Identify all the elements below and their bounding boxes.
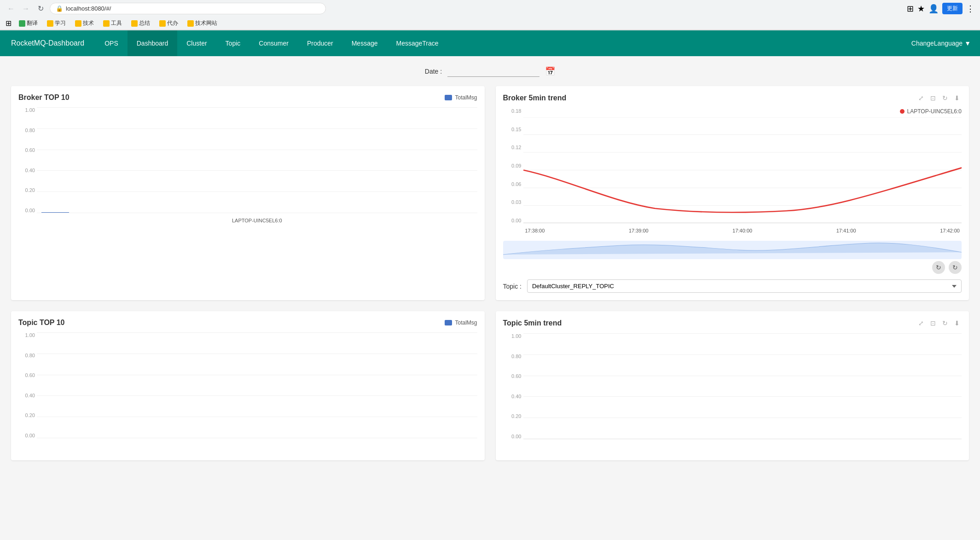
topic-refresh-icon[interactable]: ↻ (940, 319, 950, 328)
nav-topic[interactable]: Topic (216, 30, 250, 56)
broker-5min-title: Broker 5min trend (503, 94, 567, 102)
nav-cluster[interactable]: Cluster (177, 30, 216, 56)
line-legend-dot (900, 109, 905, 114)
download-icon[interactable]: ⬇ (952, 93, 962, 103)
nav-producer[interactable]: Producer (298, 30, 342, 56)
date-input[interactable] (447, 65, 539, 77)
menu-icon[interactable]: ⋮ (966, 4, 974, 14)
broker-top10-legend-color (445, 95, 452, 100)
line-chart-svg (523, 117, 962, 223)
nav-message[interactable]: Message (342, 30, 387, 56)
broker-5min-area (523, 117, 962, 223)
bookmark-study[interactable]: 学习 (45, 18, 68, 28)
browser-actions: ⊞ ★ 👤 更新 ⋮ (907, 3, 974, 14)
topic-5min-header: Topic 5min trend ⤢ ⊡ ↻ ⬇ (503, 319, 962, 328)
topic-5min-chart: 1.00 0.80 0.60 0.40 0.20 0.00 (503, 333, 962, 453)
broker-5min-chart: LAPTOP-UINC5EL6:0 0.18 0.15 0.12 0.09 0.… (503, 108, 962, 237)
expand-icon[interactable]: ⤢ (916, 93, 926, 103)
change-language[interactable]: ChangeLanguage ▼ (902, 30, 980, 56)
topic-top10-chart: 1.00 0.80 0.60 0.40 0.20 0.00 (18, 332, 477, 452)
bar-item (41, 212, 69, 213)
broker-5min-legend-label: LAPTOP-UINC5EL6:0 (907, 108, 962, 115)
date-section: Date : 📅 (11, 65, 969, 77)
profile-icon[interactable]: 👤 (928, 4, 939, 14)
topic-top10-panel: Topic TOP 10 TotalMsg 1.00 0.80 0.60 0.4… (11, 311, 485, 460)
topic-5min-area (523, 333, 962, 439)
topic-label: Topic : (503, 283, 522, 290)
update-button[interactable]: 更新 (942, 3, 963, 14)
topic-5min-panel: Topic 5min trend ⤢ ⊡ ↻ ⬇ 1.00 0.80 0.60 … (496, 311, 969, 460)
broker-top10-chart: 1.00 0.80 0.60 0.40 0.20 0.00 (18, 107, 477, 227)
bookmark-tech[interactable]: 技术 (73, 18, 96, 28)
bookmark-translate[interactable]: 翻译 (17, 18, 40, 28)
topic-grid-lines (37, 332, 477, 438)
broker-5min-legend: LAPTOP-UINC5EL6:0 (900, 108, 962, 115)
broker-top10-header: Broker TOP 10 TotalMsg (18, 93, 477, 102)
nav-dashboard[interactable]: Dashboard (128, 30, 178, 56)
charts-grid: Broker TOP 10 TotalMsg 1.00 0.80 0.60 0.… (11, 86, 969, 460)
bookmark-todo[interactable]: 代办 (157, 18, 180, 28)
date-label: Date : (425, 68, 442, 75)
broker-top10-x-label: LAPTOP-UINC5EL6:0 (37, 214, 477, 227)
broker-top10-area (37, 107, 477, 213)
topic-top10-legend-color (445, 320, 452, 325)
minimap-svg (503, 241, 962, 259)
scroll-controls: ↻ ↻ (503, 261, 962, 274)
topic-top10-y-axis: 1.00 0.80 0.60 0.40 0.20 0.00 (18, 332, 35, 438)
bookmark-tools[interactable]: 工具 (101, 18, 124, 28)
broker-top10-y-axis: 1.00 0.80 0.60 0.40 0.20 0.00 (18, 107, 35, 213)
broker-5min-actions: ⤢ ⊡ ↻ ⬇ (916, 93, 962, 103)
main-content: Date : 📅 Broker TOP 10 TotalMsg 1.00 0.8… (0, 56, 980, 536)
broker-top10-legend-label: TotalMsg (455, 94, 477, 101)
calendar-icon[interactable]: 📅 (545, 66, 555, 76)
topic-5min-actions: ⤢ ⊡ ↻ ⬇ (916, 319, 962, 328)
apps-icon[interactable]: ⊞ (6, 19, 12, 28)
broker-5min-minimap (503, 241, 962, 259)
bookmark-icon[interactable]: ★ (917, 4, 925, 14)
bars-container (37, 107, 477, 213)
topic-top10-title: Topic TOP 10 (18, 319, 64, 327)
back-button[interactable]: ← (6, 3, 17, 14)
topic-5min-y-axis: 1.00 0.80 0.60 0.40 0.20 0.00 (503, 333, 522, 439)
topic-5min-title: Topic 5min trend (503, 319, 562, 327)
topic-5min-grid (523, 333, 962, 439)
browser-chrome: ← → ↻ 🔒 localhost:8080/#/ ⊞ ★ 👤 更新 ⋮ ⊞ 翻… (0, 0, 980, 30)
lock-icon: 🔒 (56, 5, 63, 12)
reload-button[interactable]: ↻ (35, 3, 46, 14)
broker-5min-x-labels: 17:38:00 17:39:00 17:40:00 17:41:00 17:4… (523, 224, 962, 237)
topic-restore-icon[interactable]: ⊡ (928, 319, 938, 328)
topic-top10-header: Topic TOP 10 TotalMsg (18, 319, 477, 327)
nav-ops[interactable]: OPS (95, 30, 128, 56)
bookmarks-bar: ⊞ 翻译 学习 技术 工具 总结 代办 技术网站 (0, 17, 980, 30)
bookmark-techsite[interactable]: 技术网站 (186, 18, 219, 28)
url-text: localhost:8080/#/ (66, 5, 111, 12)
topic-select[interactable]: DefaultCluster_REPLY_TOPIC (527, 279, 962, 293)
scroll-right-btn[interactable]: ↻ (949, 261, 962, 274)
broker-top10-title: Broker TOP 10 (18, 93, 70, 102)
broker-5min-header: Broker 5min trend ⤢ ⊡ ↻ ⬇ (503, 93, 962, 103)
app-brand: RocketMQ-Dashboard (0, 39, 95, 47)
restore-icon[interactable]: ⊡ (928, 93, 938, 103)
bookmark-summary[interactable]: 总结 (129, 18, 152, 28)
broker-5min-y-axis: 0.18 0.15 0.12 0.09 0.06 0.03 0.00 (503, 108, 522, 223)
topic-expand-icon[interactable]: ⤢ (916, 319, 926, 328)
app-navbar: RocketMQ-Dashboard OPS Dashboard Cluster… (0, 30, 980, 56)
topic-top10-legend: TotalMsg (445, 319, 477, 326)
broker-top10-panel: Broker TOP 10 TotalMsg 1.00 0.80 0.60 0.… (11, 86, 485, 300)
nav-consumer[interactable]: Consumer (249, 30, 298, 56)
forward-button[interactable]: → (20, 3, 31, 14)
topic-top10-legend-label: TotalMsg (455, 319, 477, 326)
chevron-down-icon: ▼ (964, 40, 971, 47)
topic-top10-area (37, 332, 477, 438)
address-bar[interactable]: 🔒 localhost:8080/#/ (50, 3, 326, 14)
broker-top10-legend: TotalMsg (445, 94, 477, 101)
scroll-left-btn[interactable]: ↻ (932, 261, 945, 274)
nav-messagetrace[interactable]: MessageTrace (387, 30, 448, 56)
browser-toolbar: ← → ↻ 🔒 localhost:8080/#/ ⊞ ★ 👤 更新 ⋮ (0, 0, 980, 17)
topic-download-icon[interactable]: ⬇ (952, 319, 962, 328)
refresh-icon[interactable]: ↻ (940, 93, 950, 103)
topic-selector: Topic : DefaultCluster_REPLY_TOPIC (503, 279, 962, 293)
broker-5min-panel: Broker 5min trend ⤢ ⊡ ↻ ⬇ LAPTOP-UINC5EL… (496, 86, 969, 300)
translate-icon[interactable]: ⊞ (907, 4, 914, 14)
